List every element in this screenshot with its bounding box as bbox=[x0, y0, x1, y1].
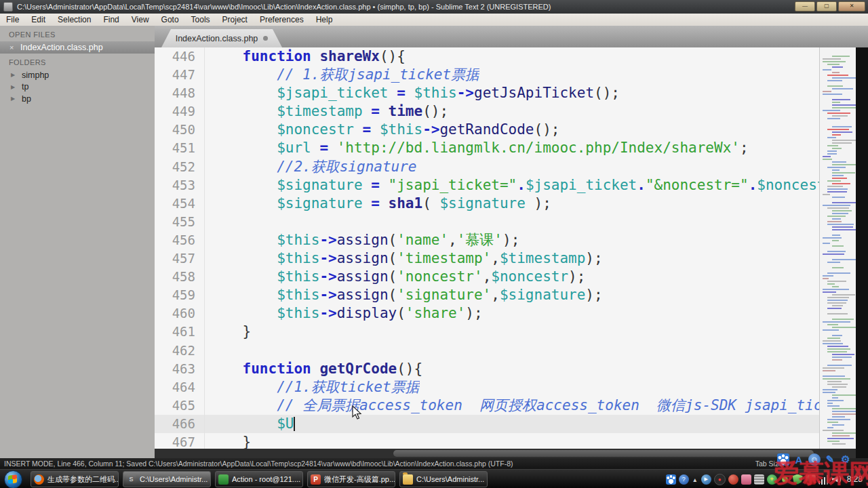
desktop: { "window": { "title": "C:\\Users\\Admin… bbox=[0, 0, 868, 488]
sidebar-folder-simphp[interactable]: ▶simphp bbox=[0, 69, 155, 81]
taskbar-button-powerpoint[interactable]: P微信开发-高级篇.pp... bbox=[307, 471, 395, 487]
code-text bbox=[205, 213, 208, 231]
code-line[interactable]: 451 $url = 'http://bd.liangmlk.cn/imooc.… bbox=[155, 139, 819, 157]
code-line[interactable]: 463 function getQrCode(){ bbox=[155, 360, 819, 378]
ime-emoji-icon[interactable]: ☺ bbox=[808, 453, 821, 466]
tab-bar: IndexAction.class.php bbox=[155, 26, 868, 47]
code-line[interactable]: 452 //2.获取signature bbox=[155, 158, 819, 176]
tab-indexaction[interactable]: IndexAction.class.php bbox=[161, 29, 282, 47]
keyboard-icon[interactable] bbox=[754, 474, 764, 485]
help-icon[interactable]: ? bbox=[679, 474, 689, 485]
code-token: ); bbox=[585, 287, 602, 303]
menu-item-file[interactable]: File bbox=[0, 14, 25, 26]
minimap-line bbox=[827, 400, 844, 401]
start-button[interactable] bbox=[4, 470, 22, 488]
code-token: = bbox=[371, 177, 380, 193]
ime-mode-icon[interactable]: A bbox=[793, 453, 805, 466]
code-editor[interactable]: 446 function shareWx(){447 // 1.获取jsapi_… bbox=[155, 47, 819, 449]
close-file-icon[interactable]: × bbox=[9, 44, 16, 51]
maximize-button[interactable]: ▢ bbox=[816, 1, 837, 12]
folder-label: tp bbox=[22, 81, 28, 92]
code-token: ; bbox=[740, 140, 749, 156]
code-token: $signature bbox=[277, 177, 362, 193]
sidebar-folder-bp[interactable]: ▶bp bbox=[0, 93, 155, 105]
code-line[interactable]: 450 $noncestr = $this->getRandCode(); bbox=[155, 121, 819, 139]
minimap-line bbox=[832, 88, 853, 89]
screen-recorder-icon[interactable]: ● bbox=[714, 474, 726, 485]
window-controls: — ▢ ✕ bbox=[795, 1, 865, 12]
minimap[interactable] bbox=[819, 47, 856, 449]
code-line[interactable]: 461 } bbox=[155, 323, 819, 341]
open-file-item[interactable]: × IndexAction.class.php bbox=[0, 41, 155, 54]
title-bar[interactable]: C:\Users\Administrator\AppData\Local\Tem… bbox=[0, 0, 868, 14]
close-button[interactable]: ✕ bbox=[838, 1, 865, 12]
media-player-icon[interactable]: ▶ bbox=[701, 474, 711, 485]
code-token: function bbox=[243, 48, 311, 64]
taskbar-clock[interactable]: 8:28 bbox=[846, 474, 868, 484]
music-app-icon[interactable] bbox=[728, 474, 738, 485]
menu-item-goto[interactable]: Goto bbox=[155, 14, 185, 26]
code-token: $this bbox=[277, 250, 319, 266]
minimap-line bbox=[832, 175, 844, 176]
code-line[interactable]: 448 $jsapi_ticket = $this->getJsApiTicke… bbox=[155, 84, 819, 102]
menu-item-help[interactable]: Help bbox=[310, 14, 339, 26]
code-line[interactable]: 453 $signature = "jsapi_ticket=".$jsapi_… bbox=[155, 176, 819, 195]
menu-item-selection[interactable]: Selection bbox=[52, 14, 97, 26]
ime-settings-icon[interactable]: ⚙ bbox=[840, 453, 852, 466]
network-signal-icon[interactable] bbox=[818, 474, 829, 485]
code-token: -> bbox=[319, 268, 336, 285]
menu-item-edit[interactable]: Edit bbox=[25, 14, 52, 26]
volume-icon[interactable] bbox=[831, 474, 842, 485]
code-line[interactable]: 457 $this->assign('timestamp',$timestamp… bbox=[155, 249, 819, 268]
code-line[interactable]: 458 $this->assign('noncestr',$noncestr); bbox=[155, 268, 819, 286]
code-line[interactable]: 462 bbox=[155, 342, 819, 360]
health-plus-icon[interactable]: + bbox=[767, 474, 777, 485]
code-token bbox=[389, 85, 397, 101]
menu-item-preferences[interactable]: Preferences bbox=[254, 14, 310, 26]
code-line[interactable]: 466 $U bbox=[155, 415, 819, 433]
minimap-line bbox=[823, 289, 849, 290]
code-line[interactable]: 459 $this->assign('signature',$signature… bbox=[155, 286, 819, 304]
taskbar-button-terminal[interactable]: Action - root@121.... bbox=[215, 471, 303, 487]
antivirus-shield-icon[interactable] bbox=[793, 474, 803, 485]
code-line[interactable]: 464 //1.获取ticket票据 bbox=[155, 378, 819, 396]
menu-item-tools[interactable]: Tools bbox=[185, 14, 216, 26]
nvidia-icon[interactable] bbox=[780, 474, 790, 485]
code-text: $noncestr = $this->getRandCode(); bbox=[205, 121, 559, 139]
baidu-paw-icon[interactable] bbox=[666, 474, 676, 485]
minimap-line bbox=[823, 370, 835, 371]
menu-item-find[interactable]: Find bbox=[97, 14, 125, 26]
sidebar-folder-tp[interactable]: ▶tp bbox=[0, 81, 155, 94]
taskbar-button-folder[interactable]: C:\Users\Administr... bbox=[399, 471, 488, 487]
show-hidden-icons[interactable]: ▴ bbox=[692, 474, 698, 485]
code-line[interactable]: 460 $this->display('share'); bbox=[155, 304, 819, 323]
menu-item-project[interactable]: Project bbox=[216, 14, 254, 26]
code-text: $this->assign('noncestr',$noncestr); bbox=[205, 268, 585, 286]
code-line[interactable]: 465 // 全局票据access_token 网页授权access_token… bbox=[155, 396, 819, 415]
minimap-line bbox=[827, 365, 852, 366]
pink-app-icon[interactable] bbox=[741, 474, 751, 485]
code-line[interactable]: 447 // 1.获取jsapi_ticket票据 bbox=[155, 66, 819, 84]
horizontal-scrollbar[interactable] bbox=[155, 449, 856, 458]
minimize-button[interactable]: — bbox=[795, 1, 815, 12]
code-line[interactable]: 449 $timestamp = time(); bbox=[155, 102, 819, 121]
code-line[interactable]: 446 function shareWx(){ bbox=[155, 47, 819, 66]
ime-logo-icon[interactable] bbox=[777, 453, 789, 466]
code-line[interactable]: 467 } bbox=[155, 433, 819, 449]
ime-handwriting-icon[interactable]: ✎ bbox=[824, 453, 836, 466]
taskbar-button-sublime[interactable]: SC:\Users\Administr... bbox=[123, 471, 211, 487]
battery-icon[interactable] bbox=[806, 474, 816, 485]
minimap-line bbox=[827, 302, 846, 304]
code-token: // 1.获取jsapi_ticket票据 bbox=[277, 66, 479, 83]
horizontal-scrollbar-thumb[interactable] bbox=[393, 450, 814, 457]
taskbar-button-label: Action - root@121.... bbox=[232, 475, 300, 483]
code-line[interactable]: 456 $this->assign('name','慕课'); bbox=[155, 231, 819, 249]
code-line[interactable]: 454 $signature = sha1( $signature ); bbox=[155, 195, 819, 213]
minimap-line bbox=[823, 329, 839, 331]
menu-item-view[interactable]: View bbox=[125, 14, 155, 26]
code-line[interactable]: 455 bbox=[155, 213, 819, 231]
minimap-line bbox=[832, 213, 848, 214]
taskbar-button-firefox[interactable]: 生成带参数的二维码... bbox=[31, 471, 119, 487]
minimap-line bbox=[827, 80, 842, 81]
minimap-line bbox=[832, 77, 856, 79]
